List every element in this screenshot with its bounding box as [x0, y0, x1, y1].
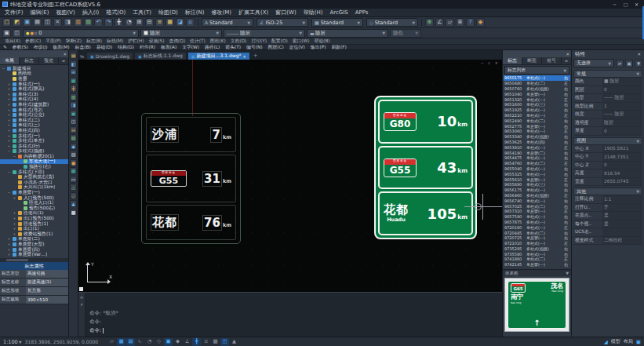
zoom-window-icon[interactable]: ⊞: [135, 18, 144, 27]
design-center-icon[interactable]: ⌂: [186, 18, 195, 27]
drawing-canvas[interactable]: ─ ▫ ✕ 沙浦 7km 国家高速 G55 31km: [78, 60, 502, 292]
property-value[interactable]: 0: [602, 86, 642, 94]
sign-new-icon[interactable]: ▤: [70, 52, 77, 59]
osnap-settings-icon[interactable]: ⊕: [425, 18, 434, 27]
menu-item[interactable]: APPs: [355, 9, 369, 16]
tree-expander-icon[interactable]: +: [7, 123, 11, 127]
selection-cycling-toggle[interactable]: ◫: [220, 338, 229, 346]
sign-list-row[interactable]: 9657590 单柱式(一) 右: [504, 214, 570, 220]
sign-list-row[interactable]: 9650480 单柱式(二) 左: [504, 81, 570, 86]
drawing-tab[interactable]: ▣ Drawing1.dwg ✕: [86, 52, 133, 60]
tree-item[interactable]: + 匝道预告(1): [0, 221, 68, 227]
tree-item[interactable]: + 出口(1): [0, 226, 68, 231]
sign-list-row[interactable]: 9657310 单悬臂(一) 左: [504, 209, 570, 214]
otrack-toggle[interactable]: ∠: [183, 338, 191, 346]
sign-list-row[interactable]: 9720725 单悬臂(一) 右: [504, 235, 570, 241]
menu-item[interactable]: 绘图(D): [158, 9, 178, 16]
tree-item[interactable]: + 单柱式(限高): [0, 86, 68, 92]
space-switch-button[interactable]: 模型: [611, 338, 620, 345]
transparency-toggle[interactable]: ▩: [211, 338, 220, 346]
section-misc[interactable]: 其他 ▼: [573, 188, 642, 195]
tree-item[interactable]: − 内容数据20(1): [0, 154, 68, 159]
tree-tab[interactable]: 标志: [20, 57, 39, 64]
tree-item[interactable]: 大型构筑右(货): [0, 174, 68, 180]
maximize-icon[interactable]: □: [620, 1, 631, 9]
property-value[interactable]: —— 随层: [602, 111, 642, 118]
list-tab[interactable]: 断面: [522, 57, 542, 64]
tree-expander-icon[interactable]: +: [7, 82, 11, 86]
plot-preview-icon[interactable]: ◫: [43, 18, 52, 27]
sign-rendered-green[interactable]: 国家高速 G80 10km 国家高速 G55 43km: [374, 96, 477, 239]
menu-item[interactable]: 插入(I): [82, 9, 100, 16]
tree-expander-icon[interactable]: −: [7, 170, 11, 174]
sign-row-huadu[interactable]: 花都 76km: [146, 205, 236, 240]
menu-item[interactable]: 文件(F): [5, 9, 24, 16]
sign-list-row[interactable]: 9651600 单柱式(三) 右: [504, 102, 570, 107]
property-value[interactable]: 0: [602, 162, 642, 169]
sign-list-row[interactable]: 9735295 多柱式(指路) 右: [504, 246, 570, 252]
tree-expander-icon[interactable]: −: [7, 191, 11, 195]
property-value[interactable]: 二维线框: [602, 237, 642, 245]
tree-expander-icon[interactable]: +: [7, 134, 11, 138]
close-icon[interactable]: ✕: [631, 1, 642, 9]
dimension-tool-icon[interactable]: ▣: [70, 110, 77, 117]
panel-close-icon[interactable]: ✕: [637, 52, 641, 56]
attr-value[interactable]: 390×510: [26, 296, 68, 304]
chevron-down-icon[interactable]: ▼: [566, 271, 569, 275]
layer-isolate-icon[interactable]: ◫: [13, 29, 21, 38]
sign-list-row[interactable]: 9654190 单悬臂(二) 右: [504, 150, 570, 155]
sign-list-row[interactable]: 9654760 单柱式(二) 左: [504, 161, 570, 166]
help-icon[interactable]: ?: [466, 18, 475, 27]
tree-item[interactable]: + 多柱式(一): [0, 133, 68, 139]
tree-expander-icon[interactable]: +: [7, 113, 11, 117]
tree-item[interactable]: + 单柱式(一): [0, 82, 68, 87]
move-tool-icon[interactable]: ●: [70, 159, 77, 166]
minimize-icon[interactable]: ─: [609, 1, 620, 9]
linetype-combo[interactable]: ——— 随层 ▼: [224, 29, 305, 38]
dyn-input-toggle[interactable]: ╋: [192, 338, 201, 346]
tree-expander-icon[interactable]: +: [7, 139, 11, 143]
space-switch-button[interactable]: 布局: [624, 338, 633, 345]
tree-item[interactable]: − 单悬臂(一): [0, 190, 68, 195]
attr-value[interactable]: 前进高速(1): [26, 279, 68, 286]
tree-item[interactable]: − 多柱式(下匝): [0, 169, 68, 175]
list-icon[interactable]: ≣: [456, 18, 464, 27]
sign-list-row[interactable]: 9651040 单悬臂(一) 右: [504, 91, 570, 97]
layer-combo[interactable]: ●●▫ 0 ▼: [23, 29, 139, 38]
mleader-style-combo[interactable]: ◇ Standard ▼: [366, 18, 418, 27]
menu-item[interactable]: 修改(M): [211, 9, 231, 16]
drawing-window-controls[interactable]: ─ ▫ ✕: [481, 60, 500, 65]
sign-list-row[interactable]: 9657875 多柱式(一) 右: [504, 220, 570, 225]
tree-item[interactable]: + 单柱式(3): [0, 92, 68, 97]
tree-item[interactable]: + 单柱式(公交): [0, 112, 68, 118]
menu-item[interactable]: 扩展工具(X): [238, 9, 268, 16]
settings-tool-icon[interactable]: ■: [70, 209, 77, 216]
dim-style-combo[interactable]: ∠ ISO-25 ▼: [257, 18, 308, 27]
sign-edit-icon[interactable]: ◧: [70, 60, 77, 67]
tree-expander-icon[interactable]: +: [7, 253, 11, 257]
property-value[interactable]: —— 随层: [602, 94, 642, 102]
lineweight-combo[interactable]: ▬ 随层 ▼: [307, 29, 388, 38]
tree-expander-icon[interactable]: +: [13, 211, 16, 215]
sign-list-row[interactable]: 9655040 多柱式(一) 右: [504, 166, 570, 172]
sign-list-filter-combo[interactable]: 标志列表 ▼: [504, 66, 569, 75]
lineweight-toggle[interactable]: ≡: [202, 338, 210, 346]
sign-list-row[interactable]: 9656460 多柱式(指路) 左: [504, 193, 570, 198]
tree-expander-icon[interactable]: +: [7, 97, 11, 101]
sign-list-row[interactable]: 9652210 单柱式(一) 左: [504, 113, 570, 118]
tree-item[interactable]: + 多柱式(单左): [0, 138, 68, 144]
tree-item[interactable]: + 多柱式(行): [0, 144, 68, 149]
infer-constraints-toggle[interactable]: ▱: [107, 338, 116, 346]
tree-item[interactable]: − 多柱式(指路): [0, 149, 68, 155]
tree-item[interactable]: 图纸框: [0, 71, 68, 77]
property-value[interactable]: 1:1: [602, 195, 642, 203]
snap-toggle[interactable]: ▦: [117, 338, 126, 346]
tree-expander-icon[interactable]: +: [13, 227, 16, 231]
property-value[interactable]: 2655.0745: [602, 178, 642, 186]
tree-item[interactable]: + 单柱式(弯2): [0, 107, 68, 113]
property-value[interactable]: 随层: [602, 119, 642, 127]
tree-expander-icon[interactable]: +: [7, 144, 11, 148]
menu-item[interactable]: 视图(V): [56, 9, 75, 16]
property-value[interactable]: [602, 228, 642, 236]
tab-scroll-arrows[interactable]: ◂▸: [562, 57, 571, 64]
